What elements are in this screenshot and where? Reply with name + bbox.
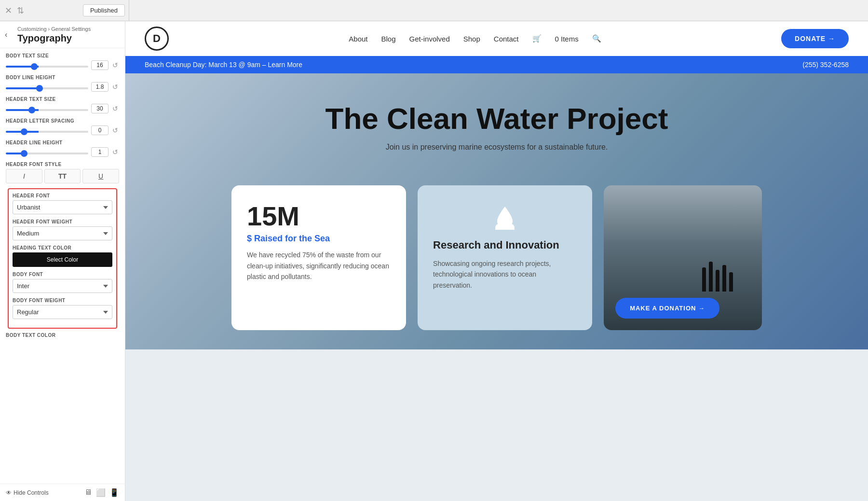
header-letter-spacing-input[interactable]: 0: [91, 125, 108, 135]
header-font-style-group: HEADER FONT STYLE I TT U: [6, 162, 119, 183]
body-line-height-slider[interactable]: [6, 87, 88, 89]
header-text-size-label: HEADER TEXT SIZE: [6, 97, 119, 102]
header-font-label: HEADER FONT: [13, 193, 112, 198]
body-font-weight-label: BODY FONT WEIGHT: [13, 298, 112, 303]
person-3: [716, 270, 719, 292]
header-font-select[interactable]: Urbanist: [13, 200, 112, 214]
body-line-height-slider-wrap: [6, 83, 88, 91]
eye-icon: 👁: [6, 489, 12, 496]
header-letter-spacing-label: HEADER LETTER SPACING: [6, 118, 119, 124]
header-font-weight-select[interactable]: Medium: [13, 226, 112, 240]
select-color-button[interactable]: Select Color: [13, 252, 112, 267]
person-2: [709, 262, 713, 292]
water-drop-icon: [490, 203, 519, 232]
body-font-weight-group: BODY FONT WEIGHT Regular: [13, 298, 112, 319]
card-3: MAKE A DONATION →: [604, 185, 762, 330]
body-text-size-slider[interactable]: [6, 66, 88, 68]
cards-row: 15M $ Raised for the Sea We have recycle…: [231, 185, 762, 330]
footer-icons: 🖥 ⬜ 📱: [84, 488, 119, 497]
bold-button[interactable]: TT: [44, 169, 81, 183]
card-1-number: 15M: [247, 203, 391, 230]
header-line-height-slider-wrap: [6, 148, 88, 156]
header-letter-spacing-slider-wrap: [6, 126, 88, 135]
mobile-icon[interactable]: 📱: [109, 488, 119, 497]
tablet-icon[interactable]: ⬜: [96, 488, 106, 497]
sidebar-top-controls: ✕ ⇅ Published: [4, 0, 129, 21]
donate-button[interactable]: DONATE →: [781, 29, 849, 48]
header-text-size-slider[interactable]: [6, 109, 88, 111]
header-letter-spacing-slider[interactable]: [6, 131, 88, 133]
card-2-title: Research and Innovation: [433, 238, 577, 252]
body-text-size-reset[interactable]: ↺: [111, 61, 119, 69]
header-text-size-row: 30 ↺: [6, 104, 119, 113]
header-font-weight-label: HEADER FONT WEIGHT: [13, 219, 112, 224]
hero-title: The Clean Water Project: [326, 102, 668, 135]
top-bar: ✕ ⇅ Published: [0, 0, 868, 21]
phone-number: (255) 352-6258: [802, 61, 849, 69]
body-font-select[interactable]: Inter: [13, 279, 112, 293]
body-line-height-input[interactable]: 1.8: [91, 82, 108, 92]
font-style-row: I TT U: [6, 169, 119, 183]
sidebar-footer: 👁 Hide Controls 🖥 ⬜ 📱: [0, 484, 125, 501]
header-text-size-slider-wrap: [6, 104, 88, 113]
hero-section: The Clean Water Project Join us in prese…: [125, 73, 868, 349]
header-letter-spacing-reset[interactable]: ↺: [111, 126, 119, 134]
search-icon-nav[interactable]: 🔍: [592, 34, 601, 43]
announcement-bar: Beach Cleanup Day: March 13 @ 9am – Lear…: [125, 56, 868, 73]
body-font-weight-select[interactable]: Regular: [13, 305, 112, 319]
header-line-height-reset[interactable]: ↺: [111, 148, 119, 156]
header-line-height-slider[interactable]: [6, 153, 88, 154]
body-line-height-row: 1.8 ↺: [6, 82, 119, 92]
card-1-highlight: $ Raised for the Sea: [247, 234, 391, 244]
body-font-label: BODY FONT: [13, 272, 112, 277]
body-line-height-reset[interactable]: ↺: [111, 83, 119, 91]
header-text-size-input[interactable]: 30: [91, 104, 108, 113]
header-text-size-reset[interactable]: ↺: [111, 105, 119, 112]
nav-about[interactable]: About: [349, 35, 367, 43]
silhouette-group: [702, 262, 733, 292]
sidebar-title: Typography: [17, 33, 119, 44]
card-2-icon-wrap: [433, 203, 577, 232]
back-button[interactable]: ‹: [5, 30, 7, 39]
heading-text-color-group: HEADING TEXT COLOR Select Color: [13, 245, 112, 267]
body-line-height-label: BODY LINE HEIGHT: [6, 75, 119, 80]
published-button[interactable]: Published: [83, 4, 125, 16]
nav-get-involved[interactable]: Get-involved: [409, 35, 450, 43]
body-font-group: BODY FONT Inter: [13, 272, 112, 293]
hide-controls-button[interactable]: 👁 Hide Controls: [6, 489, 49, 496]
body-text-size-group: BODY TEXT SIZE 16 ↺: [6, 53, 119, 70]
swap-button[interactable]: ⇅: [16, 5, 25, 16]
body-text-size-input[interactable]: 16: [91, 60, 108, 70]
announcement-text: Beach Cleanup Day: March 13 @ 9am – Lear…: [145, 61, 302, 69]
header-line-height-group: HEADER LINE HEIGHT 1 ↺: [6, 140, 119, 157]
body-text-color-group: BODY TEXT COLOR: [6, 333, 119, 338]
site-nav: D About Blog Get-involved Shop Contact 🛒…: [125, 21, 868, 56]
header-line-height-row: 1 ↺: [6, 147, 119, 157]
card-2-text: Showcasing ongoing research projects, te…: [433, 258, 577, 291]
person-5: [729, 272, 733, 292]
nav-shop[interactable]: Shop: [463, 35, 480, 43]
make-donation-button[interactable]: MAKE A DONATION →: [615, 298, 719, 319]
header-line-height-input[interactable]: 1: [91, 147, 108, 157]
person-4: [722, 265, 726, 292]
italic-button[interactable]: I: [6, 169, 42, 183]
heading-text-color-label: HEADING TEXT COLOR: [13, 245, 112, 250]
highlighted-section: HEADER FONT Urbanist HEADER FONT WEIGHT …: [8, 188, 117, 329]
card-1-text: We have recycled 75% of the waste from o…: [247, 250, 391, 282]
nav-blog[interactable]: Blog: [381, 35, 396, 43]
body-text-color-label: BODY TEXT COLOR: [6, 333, 119, 338]
header-font-group: HEADER FONT Urbanist: [13, 193, 112, 214]
card-2: Research and Innovation Showcasing ongoi…: [418, 185, 592, 330]
cart-label[interactable]: 0 Items: [555, 35, 579, 43]
desktop-icon[interactable]: 🖥: [84, 488, 92, 497]
nav-contact[interactable]: Contact: [494, 35, 519, 43]
nav-links: About Blog Get-involved Shop Contact 🛒 0…: [349, 34, 601, 43]
body-line-height-group: BODY LINE HEIGHT 1.8 ↺: [6, 75, 119, 92]
cart-icon: 🛒: [532, 34, 542, 43]
sidebar: ‹ Customizing › General Settings Typogra…: [0, 21, 125, 501]
close-button[interactable]: ✕: [4, 5, 13, 16]
underline-button[interactable]: U: [82, 169, 119, 183]
hero-subtitle: Join us in preserving marine ecosystems …: [386, 143, 608, 152]
header-line-height-label: HEADER LINE HEIGHT: [6, 140, 119, 145]
header-font-style-label: HEADER FONT STYLE: [6, 162, 119, 167]
